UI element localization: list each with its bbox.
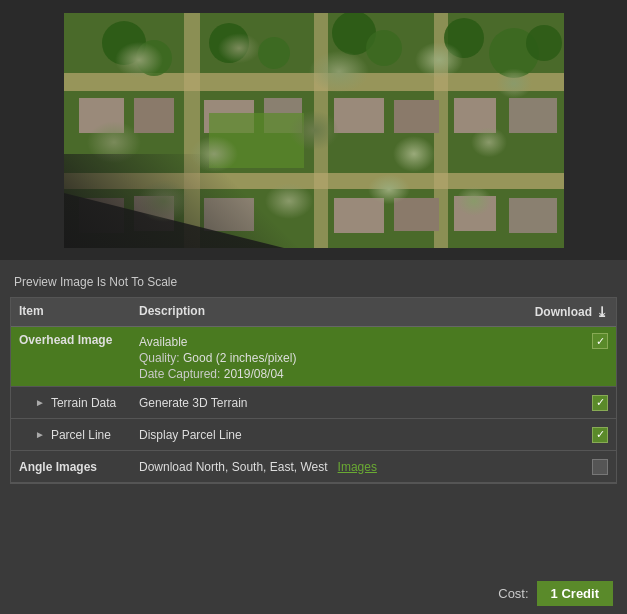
- svg-point-13: [489, 28, 539, 78]
- svg-rect-26: [204, 198, 254, 231]
- overhead-checkbox[interactable]: ✓: [592, 333, 608, 349]
- angle-desc-prefix: Download North, South, East, West: [139, 460, 328, 474]
- svg-rect-3: [184, 13, 200, 248]
- angle-download[interactable]: [508, 459, 608, 475]
- terrain-label-text: Terrain Data: [51, 396, 116, 410]
- overhead-available: Available: [139, 335, 508, 349]
- terrain-item-label: ► Terrain Data: [19, 396, 139, 410]
- angle-desc: Download North, South, East, West Images: [139, 460, 508, 474]
- svg-marker-31: [64, 193, 284, 248]
- svg-point-12: [444, 18, 484, 58]
- aerial-preview-image: [64, 13, 564, 248]
- overhead-quality: Quality: Good (2 inches/pixel): [139, 351, 508, 365]
- parcel-desc: Display Parcel Line: [139, 428, 508, 442]
- header-download: Download ⤓: [508, 304, 608, 320]
- terrain-download[interactable]: ✓: [508, 395, 608, 411]
- cost-label: Cost:: [498, 586, 528, 601]
- svg-rect-25: [134, 196, 174, 231]
- svg-rect-21: [454, 98, 496, 133]
- terrain-desc: Generate 3D Terrain: [139, 396, 508, 410]
- parcel-download[interactable]: ✓: [508, 427, 608, 443]
- svg-rect-15: [79, 98, 124, 133]
- overhead-desc-block: Available Quality: Good (2 inches/pixel)…: [139, 333, 508, 381]
- svg-rect-19: [334, 98, 384, 133]
- svg-rect-28: [394, 198, 439, 231]
- parcel-checkbox[interactable]: ✓: [592, 427, 608, 443]
- svg-rect-22: [509, 98, 557, 133]
- quality-value: Good (2 inches/pixel): [183, 351, 296, 365]
- svg-rect-20: [394, 100, 439, 133]
- header-download-text: Download: [535, 305, 592, 319]
- svg-rect-17: [204, 100, 254, 133]
- data-table: Item Description Download ⤓ Overhead Ima…: [10, 297, 617, 484]
- svg-rect-23: [209, 113, 304, 168]
- svg-rect-29: [454, 196, 496, 231]
- table-header: Item Description Download ⤓: [11, 298, 616, 327]
- svg-rect-4: [314, 13, 328, 248]
- svg-point-8: [209, 23, 249, 63]
- svg-point-10: [332, 13, 376, 55]
- svg-rect-2: [64, 173, 564, 189]
- table-row-parcel: ► Parcel Line Display Parcel Line ✓: [11, 419, 616, 451]
- download-cloud-icon: ⤓: [596, 304, 608, 320]
- svg-rect-24: [79, 198, 124, 233]
- svg-rect-16: [134, 98, 174, 133]
- table-row-angle: Angle Images Download North, South, East…: [11, 451, 616, 483]
- svg-point-9: [258, 37, 290, 69]
- overhead-date: Date Captured: 2019/08/04: [139, 367, 508, 381]
- table-row-overhead: Overhead Image Available Quality: Good (…: [11, 327, 616, 387]
- parcel-expand-icon[interactable]: ►: [35, 429, 45, 440]
- image-preview-area: [0, 0, 627, 260]
- date-label: Date Captured:: [139, 367, 224, 381]
- terrain-expand-icon[interactable]: ►: [35, 397, 45, 408]
- overhead-item-label: Overhead Image: [19, 333, 139, 347]
- svg-rect-18: [264, 98, 302, 133]
- main-container: Preview Image Is Not To Scale Item Descr…: [0, 0, 627, 614]
- terrain-checkbox[interactable]: ✓: [592, 395, 608, 411]
- spacer: [0, 260, 627, 270]
- svg-point-6: [102, 21, 146, 65]
- header-description: Description: [139, 304, 508, 320]
- quality-label: Quality:: [139, 351, 183, 365]
- angle-desc-link[interactable]: Images: [338, 460, 377, 474]
- svg-rect-27: [334, 198, 384, 233]
- header-item: Item: [19, 304, 139, 320]
- date-value: 2019/08/04: [224, 367, 284, 381]
- svg-point-7: [136, 40, 172, 76]
- credit-button[interactable]: 1 Credit: [537, 581, 613, 606]
- table-row-terrain: ► Terrain Data Generate 3D Terrain ✓: [11, 387, 616, 419]
- svg-point-14: [526, 25, 562, 61]
- footer-bar: Cost: 1 Credit: [0, 573, 627, 614]
- parcel-label-text: Parcel Line: [51, 428, 111, 442]
- angle-checkbox[interactable]: [592, 459, 608, 475]
- preview-label: Preview Image Is Not To Scale: [0, 270, 627, 297]
- preview-label-text: Preview Image Is Not To Scale: [14, 275, 177, 289]
- svg-point-11: [366, 30, 402, 66]
- svg-rect-5: [434, 13, 448, 248]
- overhead-download[interactable]: ✓: [508, 333, 608, 349]
- svg-rect-0: [64, 13, 564, 248]
- svg-rect-30: [509, 198, 557, 233]
- angle-item-label: Angle Images: [19, 460, 139, 474]
- svg-rect-1: [64, 73, 564, 91]
- parcel-item-label: ► Parcel Line: [19, 428, 139, 442]
